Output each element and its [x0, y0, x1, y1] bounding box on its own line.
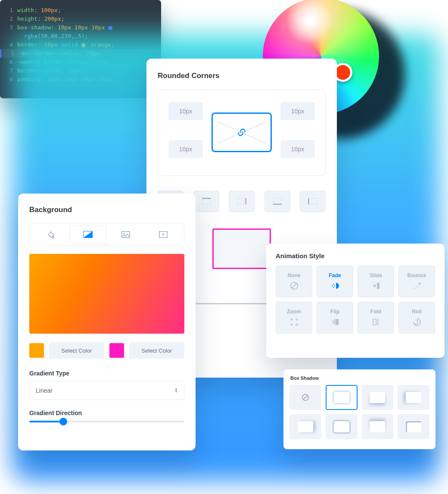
shadow-preset-7[interactable]	[398, 414, 429, 439]
gradient-direction-label: Gradient Direction	[29, 410, 184, 416]
gradient-color-2-swatch[interactable]	[109, 343, 124, 358]
select-color-2-button[interactable]: Select Color	[129, 342, 184, 359]
animation-zoom[interactable]: Zoom	[276, 302, 312, 334]
svg-rect-3	[237, 198, 246, 204]
animation-flip[interactable]: Flip	[317, 302, 353, 334]
svg-point-17	[333, 287, 333, 288]
svg-line-25	[303, 395, 308, 400]
svg-point-11	[123, 233, 124, 234]
gradient-icon	[83, 231, 93, 238]
border-left-tab[interactable]	[300, 191, 326, 212]
animation-bounce[interactable]: Bounce	[398, 266, 435, 297]
shadow-preset-1[interactable]	[326, 385, 358, 410]
slider-thumb[interactable]	[59, 418, 67, 425]
bg-tab-image[interactable]	[107, 225, 145, 244]
box-shadow-panel: Box Shadow	[283, 369, 436, 449]
animation-roll[interactable]: Roll	[398, 302, 435, 334]
chevron-updown-icon: ▲▼	[174, 388, 178, 393]
link-corners-button[interactable]	[212, 113, 272, 152]
corner-tr-input[interactable]: 10px	[280, 102, 315, 120]
select-color-1-button[interactable]: Select Color	[49, 342, 104, 359]
animation-fold[interactable]: Fold	[358, 302, 394, 334]
background-title: Background	[29, 206, 184, 214]
bounce-icon	[412, 281, 422, 291]
animation-fade[interactable]: Fade	[317, 266, 353, 297]
animation-none[interactable]: None	[276, 266, 312, 297]
gradient-type-label: Gradient Type	[29, 370, 184, 377]
shadow-none[interactable]	[289, 385, 321, 410]
image-icon	[121, 231, 130, 238]
box-shadow-title: Box Shadow	[290, 375, 429, 381]
svg-rect-22	[373, 319, 376, 325]
background-panel: Background Select Color Select Color Gra…	[18, 194, 196, 450]
svg-rect-5	[273, 198, 282, 204]
corner-bl-input[interactable]: 10px	[168, 140, 203, 158]
shadow-preset-5[interactable]	[326, 414, 358, 439]
gradient-direction-slider[interactable]	[29, 421, 184, 422]
gradient-color-1-swatch[interactable]	[29, 343, 44, 358]
bg-tab-color[interactable]	[31, 225, 69, 244]
svg-line-14	[292, 283, 297, 288]
slide-icon	[371, 281, 381, 291]
corner-tl-input[interactable]: 10px	[168, 102, 203, 120]
gradient-type-value: Linear	[36, 387, 53, 394]
flip-icon	[330, 317, 340, 327]
border-right-tab[interactable]	[229, 191, 255, 212]
svg-rect-23	[376, 319, 379, 325]
animation-style-panel: Animation Style None Fade Slide Bounce Z…	[266, 244, 445, 358]
zoom-icon	[289, 317, 299, 327]
animation-slide[interactable]: Slide	[358, 266, 394, 297]
svg-point-20	[418, 283, 420, 285]
bg-tab-gradient[interactable]	[69, 225, 107, 244]
video-icon	[159, 231, 168, 238]
shadow-preset-4[interactable]	[289, 414, 321, 439]
shadow-preset-6[interactable]	[362, 414, 394, 439]
svg-point-18	[333, 285, 334, 286]
shadow-preset-3[interactable]	[398, 385, 429, 410]
border-top-tab[interactable]	[193, 191, 219, 212]
roll-icon	[412, 317, 422, 327]
animation-style-title: Animation Style	[276, 252, 435, 260]
svg-point-15	[333, 284, 333, 285]
corner-br-input[interactable]: 10px	[280, 140, 315, 158]
svg-rect-21	[336, 319, 339, 325]
rounded-corners-title: Rounded Corners	[158, 72, 326, 80]
fade-icon	[330, 281, 340, 291]
none-icon	[289, 281, 299, 291]
svg-rect-7	[308, 198, 317, 204]
svg-rect-1	[202, 198, 211, 204]
color-chip-icon	[108, 26, 112, 30]
gradient-preview	[29, 254, 184, 334]
border-preview	[212, 228, 271, 269]
svg-rect-19	[377, 283, 380, 289]
gradient-type-dropdown[interactable]: Linear ▲▼	[29, 381, 184, 400]
svg-point-16	[331, 285, 332, 286]
fold-icon	[371, 317, 381, 327]
link-icon	[237, 128, 246, 137]
paint-bucket-icon	[46, 230, 55, 239]
shadow-preset-2[interactable]	[362, 385, 394, 410]
bg-tab-video[interactable]	[145, 225, 183, 244]
border-bottom-tab[interactable]	[264, 191, 290, 212]
none-icon	[301, 393, 310, 402]
